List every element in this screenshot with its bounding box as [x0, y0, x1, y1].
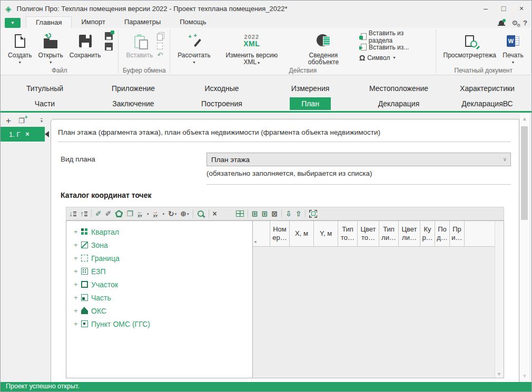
duplicate-page-button[interactable]: ❐+	[18, 117, 25, 124]
scrollbar-thumb[interactable]	[521, 126, 528, 220]
scroll-down-icon[interactable]: ▼	[522, 373, 527, 379]
export-xy-caret[interactable]: ▾	[162, 212, 165, 216]
tab-iskhodnye[interactable]: Исходные	[178, 84, 266, 93]
export-xy-button[interactable]: →XY	[153, 209, 159, 218]
tree-item-granica[interactable]: + Граница	[66, 252, 252, 265]
expand-toggle[interactable]: +	[74, 294, 80, 301]
sort-points-asc-button[interactable]: ↑	[80, 210, 87, 217]
insert-row-above-button[interactable]: ⊞	[252, 210, 258, 217]
delete-row-button[interactable]: ⊠	[271, 210, 278, 217]
tree-item-punkt-oms[interactable]: + Пункт ОМС (ГГС)	[66, 317, 252, 330]
settings-gear-icon[interactable]: ⚙⚙	[511, 19, 518, 26]
ribbon-tab-help[interactable]: Помощь	[170, 16, 215, 28]
undo-icon[interactable]: ↶	[157, 52, 164, 58]
tab-kharakteristiki[interactable]: Характеристики	[443, 84, 531, 93]
calc-wand-button[interactable]: ✐	[95, 210, 102, 217]
tab-titulnyi[interactable]: Титульный	[1, 84, 89, 93]
expand-toggle[interactable]: +	[74, 254, 80, 262]
preview-points-button[interactable]	[197, 210, 205, 218]
tab-plan-active[interactable]: План	[266, 99, 354, 108]
col-header-pri[interactable]: При…	[450, 221, 465, 247]
move-row-up-button[interactable]: ⇧	[295, 210, 302, 217]
close-button[interactable]: ×	[515, 2, 528, 15]
copy-contour-button[interactable]: ❐	[126, 210, 133, 217]
main-vertical-scrollbar[interactable]: ▲ ▼	[520, 114, 529, 381]
sort-points-desc-button[interactable]: ↓	[69, 210, 76, 217]
ribbon-tab-import[interactable]: Импорт	[72, 16, 114, 28]
expand-toggle[interactable]: +	[74, 228, 80, 236]
copy-icon[interactable]	[157, 32, 164, 40]
col-header-line-type[interactable]: Типли…	[379, 221, 399, 247]
tab-deklaratsiyavs[interactable]: ДекларацияВС	[443, 99, 531, 108]
tab-zaklyuchenie[interactable]: Заключение	[89, 99, 178, 108]
import-xy-button[interactable]: ←XY	[137, 209, 143, 218]
calculate-button[interactable]: Рассчитать▾	[174, 30, 213, 67]
table-mode-button[interactable]	[236, 210, 244, 217]
table-vertical-scrollbar[interactable]: ▼	[495, 221, 504, 378]
tab-mestopolozhenie[interactable]: Местоположение	[354, 84, 443, 93]
preview-drawing-button[interactable]: Просмотрчертежа	[440, 30, 499, 60]
col-header-pod[interactable]: Под…	[435, 221, 450, 247]
tab-izmereniya[interactable]: Измерения	[266, 84, 354, 93]
help-icon[interactable]: ?	[523, 19, 527, 27]
notifications-bell-icon[interactable]	[498, 19, 506, 27]
tree-item-ezp[interactable]: + ЕЗП	[66, 265, 252, 278]
ribbon-tab-params[interactable]: Параметры	[115, 16, 170, 28]
ribbon-tab-home[interactable]: Главная	[26, 16, 72, 28]
paste-special-icon[interactable]	[157, 43, 163, 49]
insert-from-section-button[interactable]: Вставить из раздела	[359, 32, 429, 41]
fit-selection-button[interactable]	[309, 210, 317, 218]
expand-toggle[interactable]: +	[74, 241, 80, 249]
renumber-wand-button[interactable]: ✐	[105, 210, 112, 217]
app-menu-button[interactable]: ▼	[5, 18, 21, 28]
col-header-number[interactable]: Номер…	[270, 221, 290, 247]
tree-item-zona[interactable]: + Зона	[66, 238, 252, 252]
minimize-button[interactable]: –	[479, 2, 492, 15]
expand-toggle[interactable]: +	[74, 320, 80, 328]
tree-item-uchastok[interactable]: + Участок	[66, 278, 252, 291]
open-button[interactable]: Открыть▾	[35, 30, 66, 67]
change-xml-version-button[interactable]: 2022 XML Изменить версию XML▾	[214, 30, 290, 67]
rotate-contour-button[interactable]: ↻▾	[168, 210, 176, 217]
plan-type-select[interactable]: План этажа ∨	[206, 153, 511, 166]
expand-toggle[interactable]: +	[74, 280, 80, 288]
tree-item-kvartal[interactable]: + Квартал	[66, 225, 252, 238]
tab-chasti[interactable]: Части	[1, 99, 89, 108]
import-xy-caret[interactable]: ▾	[146, 212, 149, 216]
delete-points-button[interactable]: ×	[213, 210, 217, 217]
col-header-kur[interactable]: Кур…	[420, 221, 435, 247]
add-page-button[interactable]: +	[6, 116, 11, 125]
insert-from-button[interactable]: Вставить из...	[359, 43, 429, 52]
col-header-y[interactable]: Y, м	[314, 221, 338, 247]
move-row-down-button[interactable]: ⇩	[285, 210, 292, 217]
col-header-point-type[interactable]: Типто…	[338, 221, 358, 247]
col-header-point-color[interactable]: Цветто…	[358, 221, 379, 247]
create-button[interactable]: Создать▾	[5, 30, 35, 67]
expand-toggle[interactable]: +	[74, 307, 80, 315]
save-check-icon[interactable]	[105, 32, 113, 40]
maximize-button[interactable]: □	[497, 2, 510, 15]
close-page-icon[interactable]: ×	[26, 130, 29, 138]
symbol-button[interactable]: Ω Символ ▾	[359, 53, 429, 62]
col-header-line-color[interactable]: Цветли…	[399, 221, 420, 247]
insert-row-below-button[interactable]: ⊞	[261, 210, 268, 217]
save-button[interactable]: Сохранить	[66, 30, 104, 60]
col-header-x[interactable]: X, м	[290, 221, 314, 247]
axes-point-button[interactable]: ⊕▾	[180, 210, 189, 217]
table-grid-icon	[236, 210, 244, 217]
object-info-button[interactable]: Сведения обобъекте	[290, 30, 357, 67]
tab-postroeniya[interactable]: Построения	[178, 99, 266, 108]
scroll-up-icon[interactable]: ▲	[522, 116, 527, 122]
expand-toggle[interactable]: +	[74, 267, 80, 275]
print-button[interactable]: W Печать▾	[499, 30, 527, 67]
tree-item-oks[interactable]: + ОКС	[66, 304, 252, 317]
paste-button[interactable]: Вставить	[123, 30, 156, 60]
save-as-icon[interactable]	[105, 43, 113, 51]
collapse-pages-icon[interactable]: ▾	[41, 118, 43, 123]
tab-deklaratsiya[interactable]: Декларация	[354, 99, 443, 108]
tab-prilozhenie[interactable]: Приложение	[89, 84, 178, 93]
polygon-button[interactable]	[115, 210, 123, 217]
scroll-down-icon[interactable]: ▼	[497, 371, 501, 377]
page-tab-1[interactable]: 1. Г ×	[1, 127, 45, 142]
tree-item-chast[interactable]: + Часть	[66, 291, 252, 304]
